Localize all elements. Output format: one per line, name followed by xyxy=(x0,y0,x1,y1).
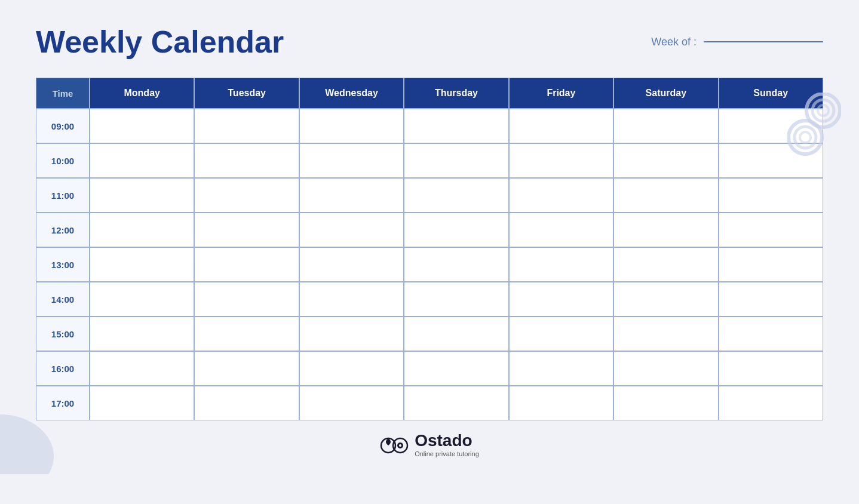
event-cell-1000-day3[interactable] xyxy=(404,143,508,178)
footer-logo: Ostado Online private tutoring xyxy=(36,431,823,457)
event-cell-1300-day5[interactable] xyxy=(613,247,718,282)
table-row: 16:00 xyxy=(36,351,823,386)
event-cell-1200-day4[interactable] xyxy=(509,213,613,247)
event-cell-1300-day0[interactable] xyxy=(90,247,194,282)
event-cell-1500-day5[interactable] xyxy=(613,316,718,351)
page-container: Weekly Calendar Week of : Time Monday Tu… xyxy=(0,0,859,504)
event-cell-1600-day0[interactable] xyxy=(90,351,194,386)
svg-point-1 xyxy=(812,100,834,121)
event-cell-1400-day2[interactable] xyxy=(299,282,404,316)
monday-header: Monday xyxy=(90,78,194,109)
event-cell-1700-day1[interactable] xyxy=(194,386,299,420)
event-cell-1600-day4[interactable] xyxy=(509,351,613,386)
svg-point-4 xyxy=(794,127,816,148)
event-cell-1200-day3[interactable] xyxy=(404,213,508,247)
event-cell-1100-day4[interactable] xyxy=(509,178,613,213)
table-header-row: Time Monday Tuesday Wednesday Thursday F… xyxy=(36,78,823,109)
event-cell-1700-day0[interactable] xyxy=(90,386,194,420)
event-cell-1400-day0[interactable] xyxy=(90,282,194,316)
calendar-body: 09:0010:0011:0012:0013:0014:0015:0016:00… xyxy=(36,109,823,420)
event-cell-1000-day2[interactable] xyxy=(299,143,404,178)
event-cell-1100-day1[interactable] xyxy=(194,178,299,213)
week-of-area: Week of : xyxy=(651,36,823,48)
event-cell-1600-day6[interactable] xyxy=(719,351,823,386)
time-cell-0900: 09:00 xyxy=(36,109,90,143)
event-cell-1500-day0[interactable] xyxy=(90,316,194,351)
table-row: 15:00 xyxy=(36,316,823,351)
event-cell-1300-day6[interactable] xyxy=(719,247,823,282)
event-cell-1700-day2[interactable] xyxy=(299,386,404,420)
event-cell-1700-day4[interactable] xyxy=(509,386,613,420)
event-cell-1200-day2[interactable] xyxy=(299,213,404,247)
page-title: Weekly Calendar xyxy=(36,24,284,60)
event-cell-1600-day1[interactable] xyxy=(194,351,299,386)
header: Weekly Calendar Week of : xyxy=(36,24,823,60)
event-cell-1300-day3[interactable] xyxy=(404,247,508,282)
event-cell-1400-day4[interactable] xyxy=(509,282,613,316)
event-cell-1300-day4[interactable] xyxy=(509,247,613,282)
table-row: 10:00 xyxy=(36,143,823,178)
calendar-table: Time Monday Tuesday Wednesday Thursday F… xyxy=(36,78,823,420)
event-cell-1500-day4[interactable] xyxy=(509,316,613,351)
event-cell-1100-day6[interactable] xyxy=(719,178,823,213)
time-cell-1100: 11:00 xyxy=(36,178,90,213)
event-cell-1000-day1[interactable] xyxy=(194,143,299,178)
saturday-header: Saturday xyxy=(613,78,718,109)
event-cell-1700-day3[interactable] xyxy=(404,386,508,420)
brand-sub: Online private tutoring xyxy=(415,450,479,457)
ostado-svg-icon xyxy=(380,432,409,456)
event-cell-1200-day5[interactable] xyxy=(613,213,718,247)
event-cell-1200-day6[interactable] xyxy=(719,213,823,247)
event-cell-1700-day6[interactable] xyxy=(719,386,823,420)
table-row: 14:00 xyxy=(36,282,823,316)
event-cell-1600-day3[interactable] xyxy=(404,351,508,386)
event-cell-1400-day1[interactable] xyxy=(194,282,299,316)
svg-point-2 xyxy=(818,105,829,116)
table-row: 17:00 xyxy=(36,386,823,420)
event-cell-1100-day2[interactable] xyxy=(299,178,404,213)
event-cell-1500-day1[interactable] xyxy=(194,316,299,351)
deco-blob-icon xyxy=(0,379,72,474)
event-cell-1500-day3[interactable] xyxy=(404,316,508,351)
thursday-header: Thursday xyxy=(404,78,508,109)
wednesday-header: Wednesday xyxy=(299,78,404,109)
event-cell-1600-day5[interactable] xyxy=(613,351,718,386)
event-cell-0900-day2[interactable] xyxy=(299,109,404,143)
time-cell-1400: 14:00 xyxy=(36,282,90,316)
table-row: 09:00 xyxy=(36,109,823,143)
time-column-header: Time xyxy=(36,78,90,109)
event-cell-0900-day5[interactable] xyxy=(613,109,718,143)
time-cell-1300: 13:00 xyxy=(36,247,90,282)
event-cell-1200-day1[interactable] xyxy=(194,213,299,247)
event-cell-1100-day3[interactable] xyxy=(404,178,508,213)
brand-name: Ostado xyxy=(415,431,472,450)
event-cell-1500-day2[interactable] xyxy=(299,316,404,351)
time-cell-1500: 15:00 xyxy=(36,316,90,351)
time-cell-1000: 10:00 xyxy=(36,143,90,178)
table-row: 11:00 xyxy=(36,178,823,213)
event-cell-1100-day0[interactable] xyxy=(90,178,194,213)
table-row: 13:00 xyxy=(36,247,823,282)
event-cell-1300-day2[interactable] xyxy=(299,247,404,282)
event-cell-0900-day3[interactable] xyxy=(404,109,508,143)
event-cell-1100-day5[interactable] xyxy=(613,178,718,213)
event-cell-1400-day3[interactable] xyxy=(404,282,508,316)
event-cell-1000-day4[interactable] xyxy=(509,143,613,178)
event-cell-1700-day5[interactable] xyxy=(613,386,718,420)
event-cell-0900-day0[interactable] xyxy=(90,109,194,143)
event-cell-1500-day6[interactable] xyxy=(719,316,823,351)
svg-point-5 xyxy=(800,132,811,143)
event-cell-1200-day0[interactable] xyxy=(90,213,194,247)
brand-name-area: Ostado Online private tutoring xyxy=(415,431,479,457)
event-cell-1600-day2[interactable] xyxy=(299,351,404,386)
event-cell-1000-day5[interactable] xyxy=(613,143,718,178)
ostado-logo-icon xyxy=(380,432,409,456)
event-cell-0900-day1[interactable] xyxy=(194,109,299,143)
time-cell-1200: 12:00 xyxy=(36,213,90,247)
event-cell-1400-day5[interactable] xyxy=(613,282,718,316)
event-cell-0900-day4[interactable] xyxy=(509,109,613,143)
svg-point-10 xyxy=(399,444,401,447)
event-cell-1000-day0[interactable] xyxy=(90,143,194,178)
event-cell-1400-day6[interactable] xyxy=(719,282,823,316)
event-cell-1300-day1[interactable] xyxy=(194,247,299,282)
